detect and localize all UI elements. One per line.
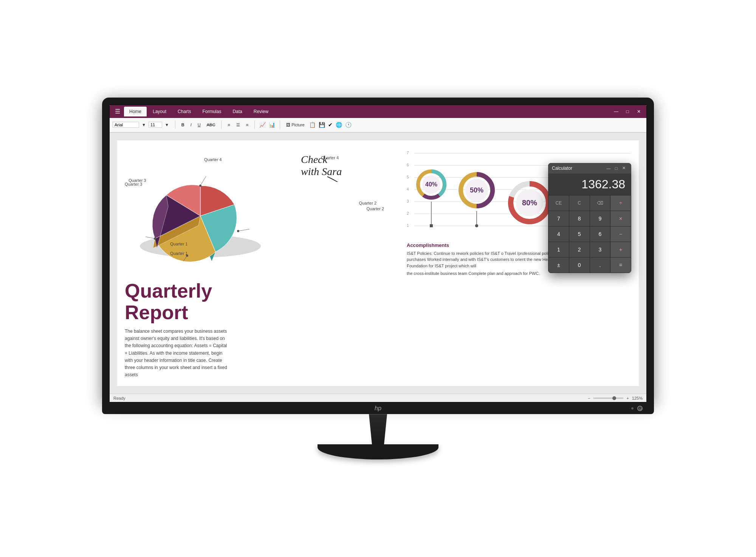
tab-layout[interactable]: Layout <box>147 107 172 116</box>
close-button[interactable]: ✕ <box>634 106 644 117</box>
donut-50-dot <box>475 224 478 227</box>
calc-1-button[interactable]: 1 <box>548 242 569 257</box>
menu-bar: ☰ Home Layout Charts Formulas Data Revie… <box>110 105 646 118</box>
tab-home[interactable]: Home <box>124 107 147 116</box>
q2-label-overlay: Quarter 2 <box>367 206 384 211</box>
q4-label-overlay: Quarter 4 <box>204 157 222 162</box>
handwriting-svg: Check with Sara <box>297 148 395 182</box>
calc-maximize-button[interactable]: □ <box>612 164 620 172</box>
calc-backspace-button[interactable]: ⌫ <box>590 195 610 211</box>
donut-80-label: 80% <box>522 198 537 207</box>
pie-label-q2: Quarter 2 <box>359 201 376 205</box>
tab-review[interactable]: Review <box>248 107 274 116</box>
bold-button[interactable]: B <box>180 122 186 128</box>
monitor-outer: ☰ Home Layout Charts Formulas Data Revie… <box>102 98 654 460</box>
tab-charts[interactable]: Charts <box>172 107 196 116</box>
zoom-slider[interactable] <box>593 397 623 399</box>
toolbar-wrapper: ☰ Home Layout Charts Formulas Data Revie… <box>110 105 646 133</box>
monitor-screen: ☰ Home Layout Charts Formulas Data Revie… <box>109 104 647 403</box>
calc-display: 1362.38 <box>548 174 631 195</box>
monitor-dot[interactable] <box>631 407 634 410</box>
window-controls: — □ ✕ <box>611 106 644 117</box>
grid-num-2: 2 <box>407 211 409 216</box>
calc-4-button[interactable]: 4 <box>548 227 569 242</box>
font-name-input[interactable] <box>113 122 139 128</box>
calc-0-button[interactable]: 0 <box>569 258 590 273</box>
ribbon-separator-3 <box>254 121 255 129</box>
grid-num-5: 5 <box>407 175 409 179</box>
calc-multiply-button[interactable]: × <box>610 211 631 226</box>
svg-line-8 <box>200 176 206 186</box>
doc-right-column: 7 6 5 4 3 2 1 <box>407 148 631 379</box>
doc-area: Check with Sara <box>110 133 646 394</box>
ribbon-separator-4 <box>280 121 280 129</box>
monitor-neck <box>363 414 393 444</box>
calc-divide-button[interactable]: ÷ <box>610 195 631 211</box>
picture-button[interactable]: 🖼 Picture <box>285 122 306 128</box>
calc-titlebar: Calculator — □ ✕ <box>548 163 631 174</box>
grid-num-1: 1 <box>407 223 409 228</box>
strikethrough-button[interactable]: ABC <box>205 122 217 128</box>
calc-subtract-button[interactable]: − <box>610 227 631 242</box>
donut-80-wrapper: 80% <box>505 178 554 227</box>
zoom-minus-button[interactable]: − <box>588 396 590 400</box>
calc-9-button[interactable]: 9 <box>590 211 610 226</box>
calc-2-button[interactable]: 2 <box>569 242 590 257</box>
donut-50-stem <box>476 211 477 224</box>
font-size-input[interactable] <box>149 122 162 128</box>
align-right-button[interactable]: ≡ <box>245 122 250 128</box>
tab-data[interactable]: Data <box>227 107 247 116</box>
calc-add-button[interactable]: + <box>610 242 631 257</box>
maximize-button[interactable]: □ <box>622 106 633 117</box>
hamburger-icon[interactable]: ☰ <box>112 106 123 116</box>
web-icon[interactable]: 🌐 <box>336 122 342 128</box>
donut-40-dot <box>430 224 433 227</box>
align-center-button[interactable]: ☰ <box>235 122 242 128</box>
svg-line-9 <box>238 229 249 231</box>
chart-icon-2[interactable]: 📊 <box>269 122 275 128</box>
calc-minimize-button[interactable]: — <box>605 164 612 172</box>
monitor-bezel: ☰ Home Layout Charts Formulas Data Revie… <box>102 98 654 403</box>
copy-icon[interactable]: 📋 <box>309 122 316 128</box>
underline-button[interactable]: U <box>196 122 202 128</box>
hp-logo: hp <box>375 405 381 412</box>
font-dropdown-btn[interactable]: ▼ <box>140 122 147 128</box>
calc-3-button[interactable]: 3 <box>590 242 610 257</box>
ribbon-separator-1 <box>175 121 175 129</box>
donut-50-wrapper: 50% <box>456 169 497 227</box>
q3-label-overlay: Quarter 3 <box>125 182 142 186</box>
calc-7-button[interactable]: 7 <box>548 211 569 226</box>
check-icon[interactable]: ✔ <box>328 122 333 128</box>
font-size-dropdown-btn[interactable]: ▼ <box>163 122 170 128</box>
chart-icon-1[interactable]: 📈 <box>259 122 266 128</box>
clock-icon[interactable]: 🕐 <box>345 122 352 128</box>
zoom-plus-button[interactable]: + <box>626 396 629 400</box>
donut-40-label: 40% <box>425 181 437 188</box>
pie-label-q1: Quarter 1 <box>170 242 187 246</box>
calc-5-button[interactable]: 5 <box>569 227 590 242</box>
zoom-level-label: 125% <box>632 396 643 400</box>
tab-formulas[interactable]: Formulas <box>197 107 226 116</box>
calc-6-button[interactable]: 6 <box>590 227 610 242</box>
doc-left-column: Check with Sara <box>125 148 399 379</box>
calc-equals-button[interactable]: = <box>610 258 631 273</box>
italic-button[interactable]: I <box>189 122 193 128</box>
pie-chart-svg <box>125 155 284 276</box>
calc-8-button[interactable]: 8 <box>569 211 590 226</box>
calc-plusminus-button[interactable]: ± <box>548 258 569 273</box>
balance-sheet-text: The balance sheet compares your business… <box>125 328 231 379</box>
minimize-button[interactable]: — <box>611 106 621 117</box>
quarterly-report-title: Quarterly Report <box>125 280 399 323</box>
calc-close-button[interactable]: ✕ <box>620 164 627 172</box>
ribbon-separator-2 <box>221 121 222 129</box>
calc-ce-button[interactable]: CE <box>548 195 569 211</box>
q1-label-overlay: Quarter 1 <box>170 251 187 256</box>
calc-decimal-button[interactable]: . <box>590 258 610 273</box>
save-icon[interactable]: 💾 <box>319 122 325 128</box>
align-left-button[interactable]: ≡ <box>226 122 231 128</box>
calc-title-text: Calculator <box>552 166 605 171</box>
font-selector: ▼ ▼ <box>113 122 170 128</box>
grid-num-6: 6 <box>407 163 409 167</box>
power-button[interactable]: ⏻ <box>637 406 643 411</box>
calc-c-button[interactable]: C <box>569 195 590 211</box>
